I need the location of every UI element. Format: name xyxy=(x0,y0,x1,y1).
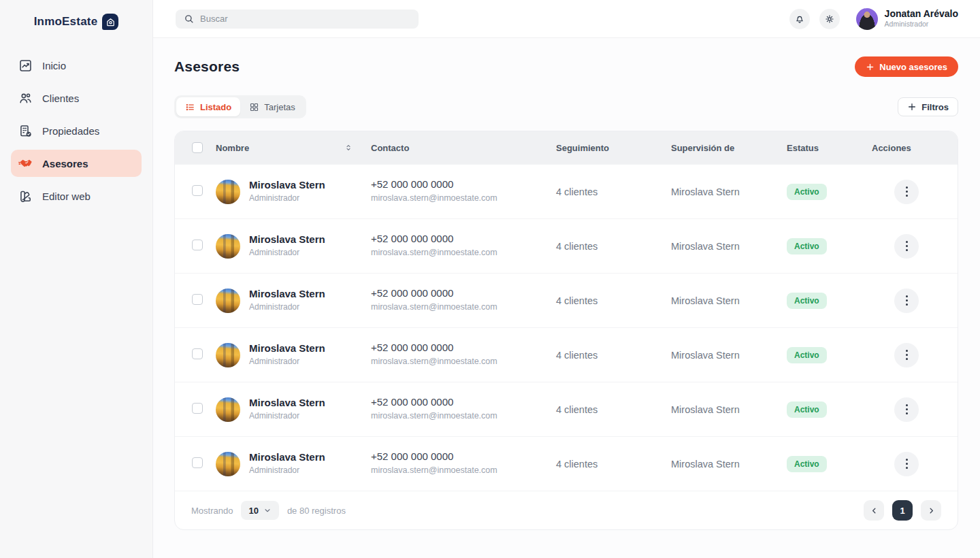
table-row: Miroslava Stern Administrador +52 000 00… xyxy=(175,164,958,218)
column-header-seguimiento: Seguimiento xyxy=(556,143,671,153)
sidebar: InmoEstate Inicio xyxy=(0,0,153,558)
plus-icon xyxy=(907,102,917,112)
status-badge: Activo xyxy=(787,184,827,200)
brand-logo: InmoEstate xyxy=(11,12,142,31)
asesor-role: Administrador xyxy=(249,192,325,204)
asesor-name: Miroslava Stern xyxy=(249,179,325,192)
seguimiento-value: 4 clientes xyxy=(556,404,671,415)
notifications-button[interactable] xyxy=(789,9,810,29)
supervision-value: Miroslava Stern xyxy=(671,186,787,197)
sidebar-item-inicio[interactable]: Inicio xyxy=(11,52,142,79)
chevron-right-icon xyxy=(927,506,936,515)
page-size-select[interactable]: 10 xyxy=(241,501,278,520)
status-badge: Activo xyxy=(787,456,827,472)
sidebar-nav: Inicio Clientes Propiedades xyxy=(11,52,142,210)
row-checkbox[interactable] xyxy=(192,240,203,250)
sidebar-item-label: Inicio xyxy=(42,60,66,71)
brand-name: InmoEstate xyxy=(34,15,98,29)
row-checkbox[interactable] xyxy=(192,457,203,468)
search-input[interactable] xyxy=(200,14,410,24)
avatar xyxy=(856,8,878,30)
row-checkbox[interactable] xyxy=(192,185,203,196)
page-size-control: Mostrando 10 de 80 registros xyxy=(191,501,346,520)
select-all-checkbox[interactable] xyxy=(192,142,203,153)
table-footer: Mostrando 10 de 80 registros xyxy=(175,491,958,529)
user-name: Jonatan Arévalo xyxy=(885,8,958,20)
users-icon xyxy=(18,91,33,105)
row-actions-button[interactable] xyxy=(894,452,919,476)
building-check-icon xyxy=(18,123,33,138)
status-badge: Activo xyxy=(787,293,827,309)
content: Asesores Nuevo asesores xyxy=(153,38,980,558)
row-checkbox[interactable] xyxy=(192,294,203,305)
page-size-value: 10 xyxy=(248,506,258,516)
sidebar-item-propiedades[interactable]: Propiedades xyxy=(11,117,142,144)
table-row: Miroslava Stern Administrador +52 000 00… xyxy=(175,436,958,491)
new-asesor-button[interactable]: Nuevo asesores xyxy=(855,56,958,77)
filters-button[interactable]: Filtros xyxy=(898,97,958,116)
asesor-phone: +52 000 000 0000 xyxy=(371,178,556,191)
sidebar-item-label: Asesores xyxy=(42,158,88,169)
asesor-avatar xyxy=(216,452,240,476)
asesor-role: Administrador xyxy=(249,355,325,367)
asesor-role: Administrador xyxy=(249,301,325,313)
tab-tarjetas-label: Tarjetas xyxy=(264,102,295,112)
row-actions-button[interactable] xyxy=(894,289,919,313)
page-title: Asesores xyxy=(174,59,240,75)
asesor-phone: +52 000 000 0000 xyxy=(371,341,556,355)
asesor-name: Miroslava Stern xyxy=(249,397,325,410)
next-page-button[interactable] xyxy=(921,500,941,521)
asesor-name: Miroslava Stern xyxy=(249,451,325,464)
row-actions-button[interactable] xyxy=(894,343,919,367)
sidebar-item-editor-web[interactable]: Editor web xyxy=(11,182,142,210)
pagination: 1 xyxy=(864,500,941,521)
chart-line-icon xyxy=(18,58,33,73)
status-badge: Activo xyxy=(787,401,827,418)
settings-button[interactable] xyxy=(819,9,840,29)
table-row: Miroslava Stern Administrador +52 000 00… xyxy=(175,382,958,436)
user-menu[interactable]: Jonatan Arévalo Administrador xyxy=(856,8,958,30)
column-header-supervision: Supervisión de xyxy=(671,143,787,153)
seguimiento-value: 4 clientes xyxy=(556,186,671,197)
seguimiento-value: 4 clientes xyxy=(556,295,671,306)
asesor-avatar xyxy=(216,289,240,313)
sidebar-item-label: Editor web xyxy=(42,191,91,202)
view-switcher: Listado Tarjetas xyxy=(174,95,306,118)
row-actions-button[interactable] xyxy=(894,397,919,422)
table-body: Miroslava Stern Administrador +52 000 00… xyxy=(175,164,958,491)
asesor-email: miroslava.stern@inmoestate.com xyxy=(371,355,556,369)
current-page-button[interactable]: 1 xyxy=(892,500,913,521)
column-header-contacto: Contacto xyxy=(371,143,556,153)
table-row: Miroslava Stern Administrador +52 000 00… xyxy=(175,273,958,327)
sort-icon[interactable] xyxy=(344,143,353,152)
tab-tarjetas[interactable]: Tarjetas xyxy=(240,97,304,116)
seguimiento-value: 4 clientes xyxy=(556,350,671,361)
table-row: Miroslava Stern Administrador +52 000 00… xyxy=(175,327,958,382)
status-badge: Activo xyxy=(787,347,827,363)
asesor-email: miroslava.stern@inmoestate.com xyxy=(371,409,556,423)
seguimiento-value: 4 clientes xyxy=(556,241,671,252)
main-area: Jonatan Arévalo Administrador Asesores N… xyxy=(153,0,980,558)
new-asesor-label: Nuevo asesores xyxy=(879,62,947,72)
asesor-phone: +52 000 000 0000 xyxy=(371,395,556,409)
supervision-value: Miroslava Stern xyxy=(671,350,787,361)
asesor-name: Miroslava Stern xyxy=(249,288,325,301)
asesor-avatar xyxy=(216,397,240,422)
filters-label: Filtros xyxy=(921,102,949,112)
asesor-role: Administrador xyxy=(249,246,325,259)
supervision-value: Miroslava Stern xyxy=(671,295,787,306)
tab-listado[interactable]: Listado xyxy=(176,97,240,116)
row-checkbox[interactable] xyxy=(192,403,203,414)
bell-icon xyxy=(794,14,805,24)
prev-page-button[interactable] xyxy=(864,500,884,521)
grid-icon xyxy=(249,102,259,112)
row-actions-button[interactable] xyxy=(894,234,919,259)
handshake-icon xyxy=(18,156,33,171)
sidebar-item-asesores[interactable]: Asesores xyxy=(11,150,142,177)
row-checkbox[interactable] xyxy=(192,348,203,359)
row-actions-button[interactable] xyxy=(894,180,919,204)
column-header-acciones: Acciones xyxy=(872,143,958,153)
asesores-table: Nombre Contacto Seguimiento Supervisión … xyxy=(174,131,958,530)
chevron-down-icon xyxy=(263,506,272,514)
sidebar-item-clientes[interactable]: Clientes xyxy=(11,84,142,112)
